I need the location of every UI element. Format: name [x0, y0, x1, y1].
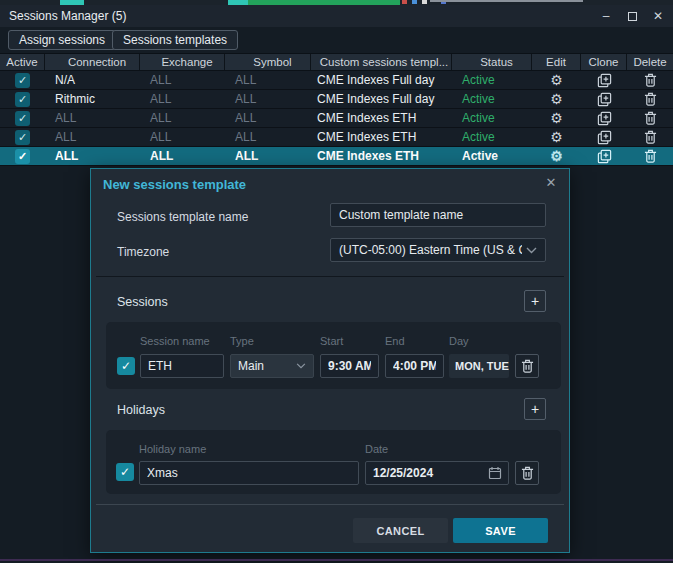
delete-button[interactable] [627, 109, 673, 127]
footer-divider [96, 504, 564, 505]
edit-gear-icon[interactable]: ⚙ [550, 130, 563, 144]
add-session-button[interactable]: + [524, 290, 546, 312]
symbol-cell: ALL [225, 109, 311, 127]
table-header-row: Active Connection Exchange Symbol Custom… [0, 53, 673, 71]
check-icon: ✓ [18, 151, 27, 162]
symbol-cell: ALL [225, 147, 311, 165]
window-controls: – ✕ [597, 5, 667, 27]
session-day-field[interactable]: MON, TUE, [449, 354, 509, 378]
tab-sessions-templates[interactable]: Sessions templates [112, 30, 238, 50]
chevron-down-icon [296, 363, 306, 369]
column-header-status[interactable]: Status [452, 54, 532, 70]
timezone-label: Timezone [117, 245, 169, 259]
column-header-clone[interactable]: Clone [581, 54, 627, 70]
column-header-connection[interactable]: Connection [45, 54, 140, 70]
chevron-down-icon [526, 247, 537, 254]
active-checkbox[interactable]: ✓ [15, 92, 30, 107]
window-title: Sessions Manager (5) [0, 9, 126, 23]
add-holiday-button[interactable]: + [524, 398, 546, 420]
check-icon: ✓ [18, 75, 27, 86]
edit-gear-icon[interactable]: ⚙ [550, 149, 563, 163]
background-gray-line [430, 0, 583, 2]
active-checkbox[interactable]: ✓ [15, 149, 30, 164]
holiday-date-input[interactable] [373, 466, 488, 480]
trash-icon [521, 466, 534, 480]
connection-cell: ALL [45, 147, 140, 165]
table-row[interactable]: ✓ Rithmic ALL ALL CME Indexes Full day A… [0, 90, 673, 109]
session-type-value: Main [238, 359, 292, 373]
clone-button[interactable] [581, 71, 627, 89]
exchange-cell: ALL [140, 147, 225, 165]
table-row-selected[interactable]: ✓ ALL ALL ALL CME Indexes ETH Active ⚙ [0, 147, 673, 166]
column-header-template[interactable]: Custom sessions templ... [311, 54, 452, 70]
modal-close-icon[interactable]: ✕ [543, 175, 559, 190]
section-divider [96, 276, 564, 277]
exchange-cell: ALL [140, 90, 225, 108]
column-header-edit[interactable]: Edit [532, 54, 581, 70]
holiday-checkbox[interactable]: ✓ [116, 463, 134, 481]
holiday-name-input[interactable] [139, 461, 359, 485]
trash-icon [644, 92, 657, 106]
delete-button[interactable] [627, 90, 673, 108]
save-button[interactable]: SAVE [453, 518, 548, 543]
clone-button[interactable] [581, 147, 627, 165]
cancel-button[interactable]: CANCEL [353, 518, 448, 543]
column-header-delete[interactable]: Delete [627, 54, 673, 70]
active-checkbox[interactable]: ✓ [15, 130, 30, 145]
edit-gear-icon[interactable]: ⚙ [550, 73, 563, 87]
edit-gear-icon[interactable]: ⚙ [550, 92, 563, 106]
session-type-select[interactable]: Main [230, 354, 314, 378]
sessions-section-label: Sessions [117, 295, 168, 309]
template-cell: CME Indexes ETH [311, 109, 452, 127]
session-start-input[interactable] [320, 354, 379, 378]
session-name-header: Session name [140, 335, 210, 347]
symbol-cell: ALL [225, 128, 311, 146]
background-pixel-fragment [422, 0, 427, 4]
clone-button[interactable] [581, 90, 627, 108]
clone-button[interactable] [581, 109, 627, 127]
session-name-input[interactable] [140, 354, 224, 378]
active-checkbox[interactable]: ✓ [15, 111, 30, 126]
template-name-label: Sessions template name [117, 210, 248, 224]
table-row[interactable]: ✓ N/A ALL ALL CME Indexes Full day Activ… [0, 71, 673, 90]
close-button[interactable]: ✕ [649, 7, 667, 25]
table-row[interactable]: ✓ ALL ALL ALL CME Indexes ETH Active ⚙ [0, 109, 673, 128]
delete-holiday-button[interactable] [515, 461, 539, 485]
clone-icon [597, 111, 612, 126]
session-end-input[interactable] [385, 354, 444, 378]
new-sessions-template-modal: New sessions template ✕ Sessions templat… [90, 168, 570, 553]
connection-cell: Rithmic [45, 90, 140, 108]
template-cell: CME Indexes Full day [311, 71, 452, 89]
clone-icon [597, 130, 612, 145]
holidays-section-label: Holidays [117, 403, 165, 417]
tab-assign-sessions[interactable]: Assign sessions [8, 30, 116, 50]
column-header-exchange[interactable]: Exchange [140, 54, 225, 70]
table-row[interactable]: ✓ ALL ALL ALL CME Indexes ETH Active ⚙ [0, 128, 673, 147]
clone-button[interactable] [581, 128, 627, 146]
session-checkbox[interactable]: ✓ [117, 357, 135, 375]
column-header-symbol[interactable]: Symbol [225, 54, 311, 70]
active-checkbox[interactable]: ✓ [15, 73, 30, 88]
delete-button[interactable] [627, 128, 673, 146]
minimize-button[interactable]: – [597, 7, 615, 25]
status-badge: Active [452, 90, 532, 108]
exchange-cell: ALL [140, 109, 225, 127]
delete-button[interactable] [627, 71, 673, 89]
trash-icon [644, 130, 657, 144]
window-titlebar: Sessions Manager (5) – ✕ [0, 5, 673, 27]
edit-gear-icon[interactable]: ⚙ [550, 111, 563, 125]
connection-cell: ALL [45, 128, 140, 146]
holiday-date-field[interactable] [365, 461, 509, 485]
delete-button[interactable] [627, 147, 673, 165]
holiday-name-header: Holiday name [139, 443, 206, 455]
clone-icon [597, 73, 612, 88]
holiday-row-panel: Holiday name Date ✓ [106, 430, 561, 494]
delete-session-button[interactable] [515, 354, 539, 378]
timezone-select[interactable]: (UTC-05:00) Eastern Time (US & Cana [330, 238, 546, 262]
template-name-input[interactable] [330, 203, 546, 227]
trash-icon [644, 73, 657, 87]
background-pixel-fragment [402, 0, 407, 4]
column-header-active[interactable]: Active [0, 54, 45, 70]
clone-icon [597, 149, 612, 164]
maximize-button[interactable] [623, 7, 641, 25]
